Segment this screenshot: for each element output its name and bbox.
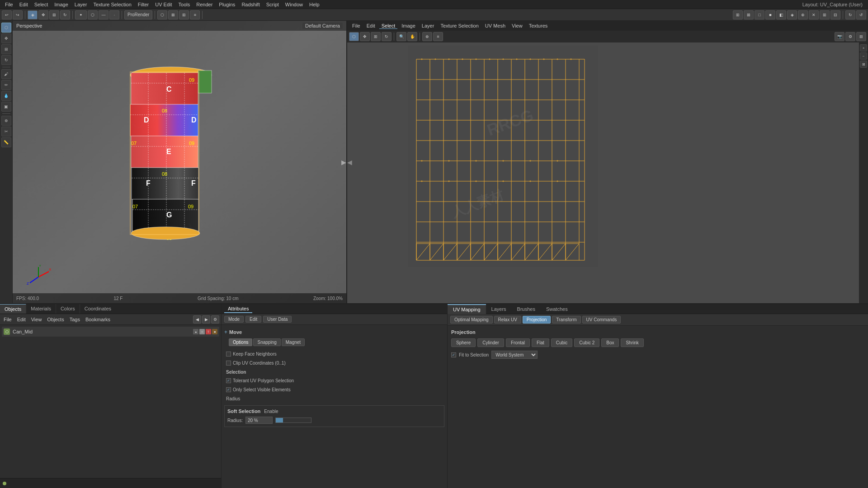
uv-toolbar-12[interactable]: ↺: [856, 10, 866, 19]
menu-select[interactable]: Select: [31, 0, 52, 9]
tool-rotate[interactable]: ↻: [1, 55, 11, 65]
method-optimal[interactable]: Optimal Mapping: [450, 316, 493, 324]
uv-toolbar-4[interactable]: ■: [765, 10, 775, 19]
tool-selection[interactable]: ⬡: [1, 23, 11, 33]
tab-coordinates[interactable]: Coordinates: [80, 304, 116, 314]
menu-script[interactable]: Script: [263, 0, 282, 9]
uv-menu-select[interactable]: Select: [379, 23, 398, 29]
uv-menu-textures[interactable]: Textures: [527, 23, 550, 28]
tab-materials[interactable]: Materials: [26, 304, 56, 314]
uv-zoom-btn[interactable]: 🔍: [396, 32, 406, 41]
uv-right-tool-1[interactable]: +: [860, 44, 867, 52]
uv-tab-swatches[interactable]: Swatches: [541, 304, 573, 314]
viewport-3d[interactable]: Perspective Default Camera RRCG 人人素材 RRC…: [13, 21, 347, 303]
uv-toolbar-5[interactable]: ◧: [776, 10, 786, 19]
uv-menu-image[interactable]: Image: [399, 23, 418, 28]
proj-shrink[interactable]: Shrink: [621, 338, 643, 347]
uv-tool-1[interactable]: ⬡: [349, 32, 359, 41]
camera-label[interactable]: Default Camera: [302, 23, 343, 29]
proj-frontal[interactable]: Frontal: [506, 338, 530, 347]
menu-render[interactable]: Render: [193, 0, 216, 9]
uv-tool-4[interactable]: ↻: [382, 32, 392, 41]
menu-plugins[interactable]: Plugins: [216, 0, 238, 9]
toolbar-redo[interactable]: ↪: [13, 10, 23, 19]
method-transform[interactable]: Transform: [552, 316, 580, 324]
uv-toolbar-11[interactable]: ↻: [845, 10, 855, 19]
menu-uv-edit[interactable]: UV Edit: [152, 0, 175, 9]
uv-menu-view[interactable]: View: [509, 23, 525, 28]
uv-toolbar-3[interactable]: □: [755, 10, 764, 19]
tool-move[interactable]: ✥: [1, 33, 11, 43]
tool-magnet[interactable]: ⊕: [1, 116, 11, 126]
uv-toolbar-2[interactable]: ⊠: [744, 10, 754, 19]
uv-tool-2[interactable]: ✥: [360, 32, 370, 41]
toolbar-object-mode[interactable]: ●: [75, 10, 87, 19]
soft-radius-field[interactable]: 20 %: [245, 417, 273, 424]
menu-tools[interactable]: Tools: [175, 0, 193, 9]
uv-tab-uv-mapping[interactable]: UV Mapping: [448, 304, 486, 314]
toolbar-live-selection[interactable]: ◈: [28, 10, 38, 19]
attr-options-tab[interactable]: Options: [229, 338, 252, 346]
tool-knife[interactable]: ✂: [1, 127, 11, 136]
attr-edit-btn[interactable]: Edit: [245, 316, 261, 323]
uv-align-btn[interactable]: ≡: [433, 32, 443, 41]
toolbar-btn-b[interactable]: ⊠: [168, 10, 178, 19]
uv-tool-3[interactable]: ⊞: [371, 32, 381, 41]
only-visible-checkbox[interactable]: ✓: [226, 387, 231, 392]
uv-toolbar-9[interactable]: ⊞: [820, 10, 830, 19]
menu-texture-selection[interactable]: Texture Selection: [90, 0, 134, 9]
uv-camera-icon[interactable]: 📷: [835, 32, 844, 41]
toolbar-undo[interactable]: ↩: [2, 10, 12, 19]
attr-plus-icon[interactable]: +: [224, 329, 227, 335]
uv-toolbar-6[interactable]: ◈: [787, 10, 797, 19]
clip-uv-checkbox[interactable]: [226, 361, 231, 366]
menu-radshift[interactable]: Radshift: [238, 0, 263, 9]
proj-cubic[interactable]: Cubic: [551, 338, 573, 347]
toolbar-btn-d[interactable]: ≡: [190, 10, 200, 19]
uv-expand-icon[interactable]: ⊞: [856, 32, 866, 41]
tab-colors[interactable]: Colors: [56, 304, 80, 314]
uv-right-tool-2[interactable]: −: [860, 52, 867, 60]
tool-brush[interactable]: 🖌: [1, 69, 11, 79]
method-uv-commands[interactable]: UV Commands: [582, 316, 621, 324]
proj-box[interactable]: Box: [601, 338, 619, 347]
toolbar-btn-a[interactable]: ⬡: [157, 10, 167, 19]
uv-menu-layer[interactable]: Layer: [420, 23, 437, 28]
toolbar-edge-mode[interactable]: —: [99, 10, 108, 19]
obj-history-fwd[interactable]: ▶: [202, 315, 210, 324]
uv-snap-btn[interactable]: ⊕: [422, 32, 432, 41]
uv-tab-brushes[interactable]: Brushes: [512, 304, 541, 314]
attr-tab-main[interactable]: Attributes: [224, 305, 252, 313]
method-projection[interactable]: Projection: [523, 316, 551, 324]
object-item-can-mid[interactable]: ⬡ Can_Mid ● × T ■: [2, 327, 219, 337]
toolbar-move[interactable]: ✥: [38, 10, 48, 19]
uv-toolbar-8[interactable]: ✕: [809, 10, 819, 19]
toolbar-rotate[interactable]: ↻: [60, 10, 70, 19]
uv-settings-icon[interactable]: ⚙: [845, 32, 855, 41]
uv-menu-uv-mesh[interactable]: UV Mesh: [483, 23, 508, 28]
method-relax[interactable]: Relax UV: [494, 316, 521, 324]
uv-menu-file[interactable]: File: [350, 23, 363, 28]
proj-cubic2[interactable]: Cubic 2: [574, 338, 599, 347]
uv-pan-btn[interactable]: ✋: [407, 32, 417, 41]
obj-settings[interactable]: ⚙: [211, 315, 219, 324]
menu-image[interactable]: Image: [51, 0, 71, 9]
fit-checkbox[interactable]: ✓: [451, 352, 456, 357]
attr-snapping-tab[interactable]: Snapping: [253, 338, 280, 346]
obj-history-back[interactable]: ◀: [193, 315, 201, 324]
proj-flat[interactable]: Flat: [532, 338, 549, 347]
tool-pen[interactable]: ✏: [1, 80, 11, 90]
obj-toolbar-tags[interactable]: Tags: [68, 317, 82, 322]
obj-toolbar-view[interactable]: View: [29, 317, 44, 322]
uv-menu-texture-sel[interactable]: Texture Selection: [438, 23, 481, 28]
toolbar-polygon-mode[interactable]: ⬡: [88, 10, 98, 19]
obj-toolbar-objects[interactable]: Objects: [45, 317, 66, 322]
tool-eyedrop[interactable]: 💧: [1, 91, 11, 101]
tolerant-uv-checkbox[interactable]: ✓: [226, 378, 231, 383]
tab-objects[interactable]: Objects: [0, 304, 26, 314]
toolbar-btn-c[interactable]: ⊞: [179, 10, 189, 19]
proj-sphere[interactable]: Sphere: [451, 338, 476, 347]
toolbar-scale[interactable]: ⊞: [49, 10, 59, 19]
toolbar-renderer[interactable]: ProRender: [124, 10, 152, 19]
attr-magnet-tab[interactable]: Magnet: [282, 338, 305, 346]
